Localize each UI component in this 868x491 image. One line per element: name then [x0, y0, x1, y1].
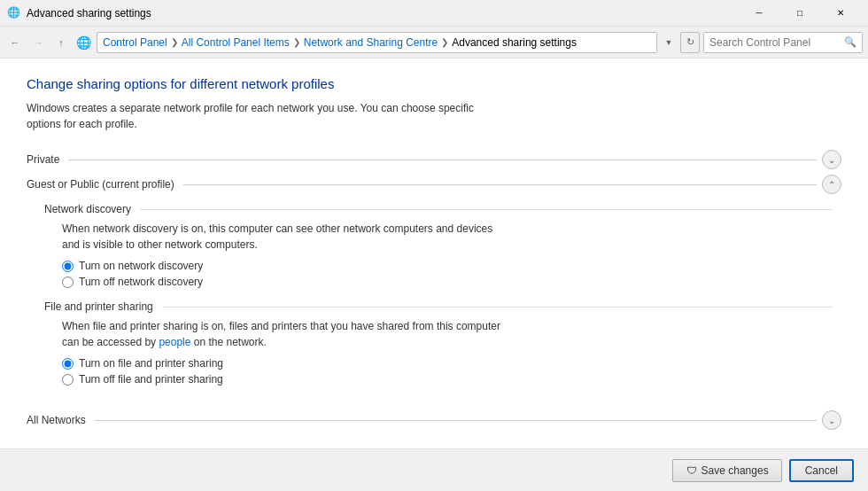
profile-divider-guest	[183, 184, 817, 185]
radio-nd-on[interactable]: Turn on network discovery	[62, 260, 841, 272]
radio-fps-off-input[interactable]	[62, 374, 74, 386]
network-icon: 🌐	[76, 35, 91, 50]
window-icon: 🌐	[7, 6, 21, 20]
sub-section-label-nd: Network discovery	[44, 203, 131, 215]
fps-desc-link[interactable]: people	[159, 336, 190, 348]
up-button[interactable]: ↑	[51, 33, 71, 52]
profile-content-guest: Network discovery When network discovery…	[27, 196, 841, 405]
profile-header-guest: Guest or Public (current profile) ⌃	[27, 175, 841, 194]
fps-desc-part1: When file and printer sharing is on, fil…	[62, 320, 500, 348]
back-button[interactable]: ←	[5, 33, 25, 52]
sub-section-label-fps: File and printer sharing	[44, 300, 153, 313]
breadcrumb-control-panel[interactable]: Control Panel	[103, 36, 167, 49]
main-content: Change sharing options for different net…	[0, 58, 868, 448]
profile-header-all: All Networks ⌄	[27, 410, 841, 430]
title-bar-controls: ─ □ ✕	[739, 0, 861, 27]
profile-section-private: Private ⌄	[27, 150, 841, 169]
search-input[interactable]	[709, 36, 844, 49]
close-button[interactable]: ✕	[820, 0, 861, 27]
profile-section-guest: Guest or Public (current profile) ⌃ Netw…	[27, 175, 841, 405]
save-button[interactable]: 🛡 Save changes	[672, 459, 782, 482]
collapse-btn-private[interactable]: ⌄	[822, 150, 841, 169]
sub-section-network-discovery: Network discovery When network discovery…	[44, 203, 841, 288]
collapse-btn-guest[interactable]: ⌃	[822, 175, 841, 194]
page-subtitle: Windows creates a separate network profi…	[27, 100, 487, 132]
profile-label-guest: Guest or Public (current profile)	[27, 178, 174, 191]
profile-label-private: Private	[27, 153, 59, 166]
radio-group-fps: Turn on file and printer sharing Turn of…	[44, 357, 841, 386]
breadcrumb: Control Panel ❯ All Control Panel Items …	[97, 32, 657, 53]
breadcrumb-all-items[interactable]: All Control Panel Items	[182, 36, 290, 49]
shield-icon: 🛡	[686, 464, 698, 477]
collapse-btn-all[interactable]: ⌄	[822, 410, 841, 430]
minimize-button[interactable]: ─	[739, 0, 779, 27]
address-dropdown-button[interactable]: ▼	[661, 33, 677, 52]
sub-section-file-printer: File and printer sharing When file and p…	[44, 300, 841, 386]
breadcrumb-sep-1: ❯	[171, 37, 178, 47]
profile-section-all: All Networks ⌄	[27, 410, 841, 430]
fps-description: When file and printer sharing is on, fil…	[62, 318, 505, 350]
radio-nd-off[interactable]: Turn off network discovery	[62, 276, 841, 288]
sub-section-header-nd: Network discovery	[44, 203, 841, 215]
sub-section-line-fps	[162, 307, 833, 308]
sub-section-header-fps: File and printer sharing	[44, 300, 841, 313]
search-icon[interactable]: 🔍	[844, 36, 856, 48]
window-title: Advanced sharing settings	[27, 7, 739, 19]
breadcrumb-sep-3: ❯	[441, 37, 448, 47]
fps-desc-part3: on the network.	[190, 336, 266, 348]
title-bar: 🌐 Advanced sharing settings ─ □ ✕	[0, 0, 868, 27]
radio-nd-off-label: Turn off network discovery	[79, 276, 203, 288]
profile-label-all: All Networks	[27, 414, 86, 426]
save-label: Save changes	[701, 464, 769, 477]
sub-section-body-nd: When network discovery is on, this compu…	[44, 221, 841, 253]
radio-fps-on-label: Turn on file and printer sharing	[79, 357, 223, 370]
radio-fps-off[interactable]: Turn off file and printer sharing	[62, 373, 841, 386]
radio-nd-on-input[interactable]	[62, 261, 74, 272]
radio-nd-on-label: Turn on network discovery	[79, 260, 203, 272]
forward-button[interactable]: →	[28, 33, 48, 52]
refresh-button[interactable]: ↻	[680, 32, 700, 53]
restore-button[interactable]: □	[779, 0, 820, 27]
cancel-button[interactable]: Cancel	[789, 459, 854, 482]
nd-description: When network discovery is on, this compu…	[62, 221, 505, 253]
sub-section-body-fps: When file and printer sharing is on, fil…	[44, 318, 841, 350]
radio-fps-on-input[interactable]	[62, 358, 74, 370]
address-bar: ← → ↑ 🌐 Control Panel ❯ All Control Pane…	[0, 27, 868, 58]
search-box: 🔍	[703, 32, 863, 53]
profile-divider-private	[68, 160, 817, 160]
breadcrumb-current: Advanced sharing settings	[452, 36, 577, 49]
radio-nd-off-input[interactable]	[62, 277, 74, 288]
bottom-bar: 🛡 Save changes Cancel	[0, 448, 868, 491]
radio-group-nd: Turn on network discovery Turn off netwo…	[44, 260, 841, 288]
radio-fps-off-label: Turn off file and printer sharing	[79, 373, 223, 386]
breadcrumb-sep-2: ❯	[293, 37, 300, 47]
radio-fps-on[interactable]: Turn on file and printer sharing	[62, 357, 841, 370]
breadcrumb-network[interactable]: Network and Sharing Centre	[304, 36, 438, 49]
profile-divider-all	[95, 420, 817, 421]
profile-header-private: Private ⌄	[27, 150, 841, 169]
sub-section-line-nd	[140, 209, 833, 210]
page-title: Change sharing options for different net…	[27, 76, 841, 91]
